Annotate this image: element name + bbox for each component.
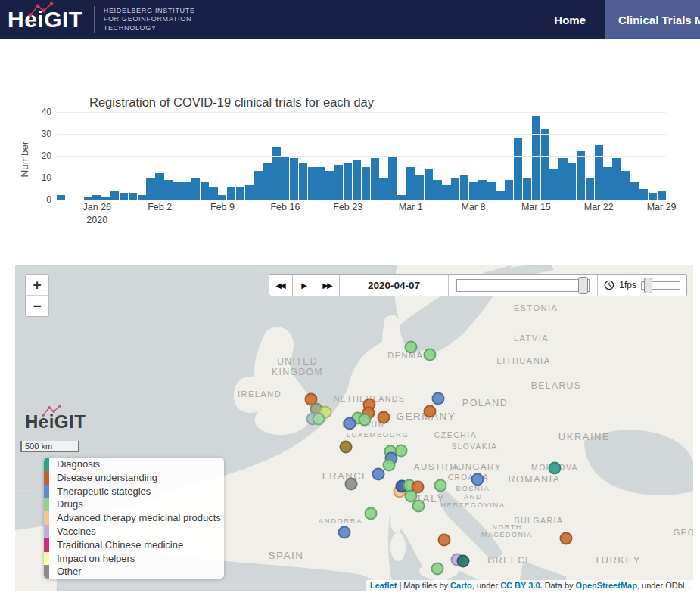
map-legend: DiagnosisDisease understandingTherapeuti… [44, 458, 224, 579]
watermark-network-icon [42, 405, 63, 417]
trial-marker[interactable] [338, 526, 351, 539]
chart-bar [612, 158, 621, 200]
chart-bar [57, 195, 65, 200]
fps-control: 1fps [598, 275, 686, 296]
chart-bar [460, 175, 468, 200]
y-tick-label: 10 [29, 172, 51, 183]
x-tick-label: Feb 2 [148, 202, 172, 213]
attribution-text: , under ODbL. [637, 581, 689, 590]
trial-marker[interactable] [438, 534, 451, 547]
trial-marker[interactable] [378, 411, 390, 424]
chart-bar [290, 158, 298, 200]
gridline [57, 112, 666, 113]
legend-label: Traditional Chinese medicine [49, 538, 183, 552]
chart-bar [245, 185, 254, 200]
chart-bar [182, 182, 191, 200]
trial-marker[interactable] [359, 414, 372, 427]
fps-slider-track[interactable] [641, 281, 680, 290]
trial-marker[interactable] [424, 349, 437, 361]
trial-marker[interactable] [432, 392, 445, 405]
trial-marker[interactable] [383, 459, 396, 472]
step-forward-button[interactable]: ▶▶ [316, 275, 340, 296]
trial-marker[interactable] [372, 468, 385, 481]
chart-bar [621, 171, 630, 200]
trial-marker[interactable] [365, 507, 378, 520]
y-tick-label: 40 [29, 107, 51, 117]
timeline-slider-handle[interactable] [578, 277, 588, 294]
y-tick-label: 0 [29, 194, 51, 205]
trial-marker[interactable] [560, 532, 573, 545]
chart-bar [101, 197, 110, 200]
attribution-link[interactable]: CC BY 3.0. [500, 581, 542, 590]
nav-item-clinical-trials-m[interactable]: Clinical Trials M [605, 0, 700, 39]
legend-label: Advanced therapy medicinal products [49, 511, 221, 525]
map-attribution: Leaflet | Map tiles by Carto, under CC B… [366, 580, 693, 591]
chart-bar [173, 182, 182, 200]
legend-color-swatch [44, 538, 49, 552]
timeline-buttons: ◀◀▶▶▶ [269, 275, 340, 296]
country-label: BELARUS [531, 381, 582, 392]
chart-bar [425, 169, 433, 200]
trial-marker[interactable] [434, 479, 447, 492]
trial-marker[interactable] [345, 478, 358, 491]
zoom-out-button[interactable]: − [26, 295, 48, 316]
country-label: SLOVAKIA [452, 442, 498, 451]
chart-bar [316, 167, 325, 200]
country-label: GREECE [487, 556, 533, 566]
attribution-link[interactable]: OpenStreetMap [576, 581, 637, 590]
chart-bar [92, 195, 101, 200]
legend-color-swatch [44, 552, 49, 566]
trial-marker[interactable] [431, 563, 444, 576]
fps-slider-handle[interactable] [644, 278, 652, 293]
chart-bar [129, 193, 137, 200]
trial-marker[interactable] [344, 417, 356, 430]
trial-marker[interactable] [405, 341, 418, 354]
timeline-slider-track[interactable] [456, 279, 590, 292]
legend-item: Vaccines [44, 525, 224, 538]
chart-bar [415, 175, 424, 200]
country-label: HUNGARY [450, 462, 502, 472]
attribution-link[interactable]: Leaflet [370, 581, 397, 590]
country-label: TURKEY [594, 555, 641, 566]
country-label: ANDORRA [319, 517, 362, 526]
trial-marker[interactable] [457, 555, 470, 568]
play-button[interactable]: ▶ [293, 275, 316, 296]
country-label: LATVIA [514, 334, 549, 343]
chart-title: Registration of COVID-19 clinical trials… [89, 95, 374, 110]
chart-bar [146, 178, 154, 200]
trial-marker[interactable] [412, 500, 425, 513]
x-tick-label: Mar 22 [584, 202, 614, 213]
step-back-button[interactable]: ◀◀ [269, 275, 293, 296]
x-tick-year: 2020 [83, 215, 112, 225]
map-scale-bar: 500 km [20, 441, 79, 452]
chart-bar [478, 180, 487, 200]
attribution-link[interactable]: Carto [450, 581, 472, 590]
chart-bar [397, 195, 406, 200]
timeline-slider[interactable] [449, 275, 598, 296]
trial-marker[interactable] [549, 462, 562, 475]
chart-x-axis: Jan 262020Feb 2Feb 9Feb 16Feb 23Mar 1Mar… [57, 202, 666, 232]
trial-marker[interactable] [340, 441, 353, 454]
zoom-in-button[interactable]: + [26, 275, 48, 295]
x-tick-label: Mar 29 [647, 202, 677, 213]
chart-bar [209, 187, 217, 200]
trial-marker[interactable] [313, 413, 325, 426]
heigit-logo[interactable]: HeiGIT HEIDELBERG INSTITUTEFOR GEOINFORM… [8, 4, 195, 36]
trial-marker[interactable] [424, 405, 437, 418]
legend-item: Other [44, 565, 224, 579]
chart-bar [120, 193, 128, 200]
legend-label: Impact on helpers [49, 552, 135, 566]
x-tick-label: Jan 262020 [83, 202, 112, 225]
nav-item-home[interactable]: Home [534, 0, 605, 39]
legend-color-swatch [44, 511, 49, 525]
map-zoom-control: + − [25, 274, 49, 317]
map[interactable]: ESTONIALATVIALITHUANIABELARUSPOLANDDENMA… [15, 265, 693, 591]
fps-label: 1fps [619, 280, 636, 290]
chart-bar [371, 158, 379, 200]
chart-bar [191, 178, 200, 200]
chart-bar [549, 169, 558, 200]
chart-bar [84, 197, 92, 200]
trial-marker[interactable] [471, 473, 484, 486]
chart-bar [595, 145, 603, 200]
gridline [57, 134, 666, 135]
